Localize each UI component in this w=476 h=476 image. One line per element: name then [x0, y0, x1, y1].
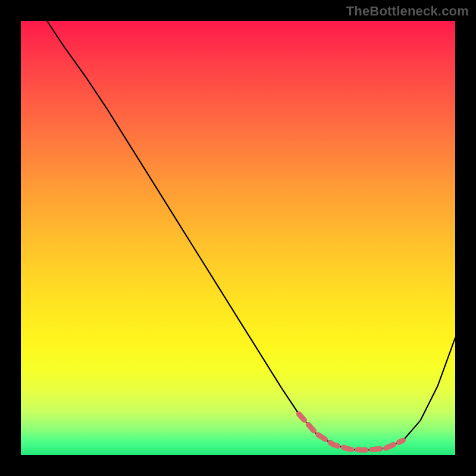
bottleneck-curve	[47, 21, 455, 450]
chart-svg	[21, 21, 455, 455]
plot-area	[21, 21, 455, 455]
watermark-text: TheBottleneck.com	[346, 4, 469, 19]
optimal-range-marker	[299, 414, 403, 450]
